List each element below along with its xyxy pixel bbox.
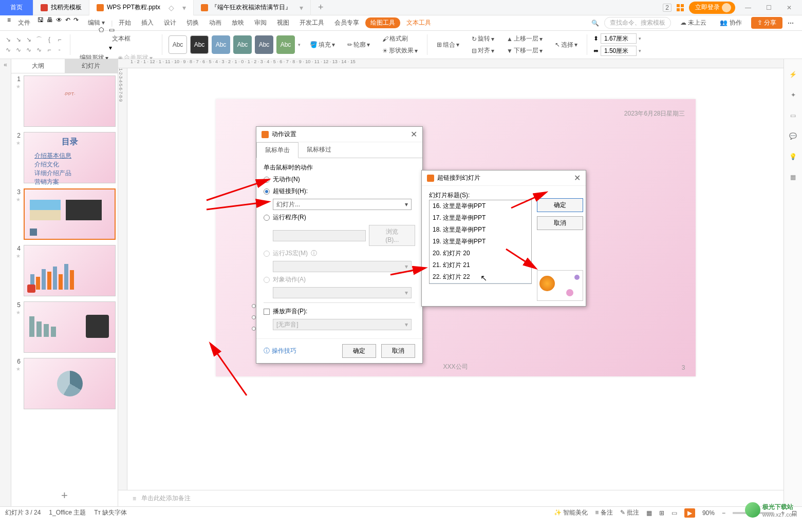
zoom-value[interactable]: 90%	[702, 509, 715, 517]
list-item[interactable]: 21. 幻灯片 21	[430, 259, 531, 271]
menu-review[interactable]: 审阅	[250, 16, 271, 29]
badge-count[interactable]: 2	[663, 4, 672, 12]
menu-member[interactable]: 会员专享	[330, 16, 363, 29]
tab-mouse-click[interactable]: 鼠标单击	[256, 142, 299, 158]
preview-icon[interactable]: 👁	[56, 16, 62, 29]
view-normal-icon[interactable]: ▦	[646, 509, 652, 517]
tab-templates[interactable]: 找稻壳模板	[33, 0, 89, 15]
add-slide-button[interactable]: +	[11, 485, 118, 506]
height-input[interactable]	[601, 33, 637, 44]
new-tab-button[interactable]: +	[311, 2, 331, 13]
close-window-button[interactable]: ✕	[781, 3, 797, 13]
shape-gallery[interactable]: ↘↘↘⌒{⌐ ∿∿∿∿⌐◦	[4, 35, 64, 54]
menu-transition[interactable]: 切换	[182, 16, 203, 29]
tab-mouse-over[interactable]: 鼠标移过	[299, 142, 340, 158]
shape-effects[interactable]: ☀ 形状效果 ▾	[379, 45, 421, 56]
thumb-1[interactable]: ·PPT·	[24, 75, 116, 127]
align-dropdown[interactable]: ⊟ 对齐 ▾	[469, 45, 497, 56]
hyperlink-combo[interactable]: 幻灯片...▾	[273, 199, 412, 210]
ok-button[interactable]: 确定	[537, 198, 583, 212]
view-slideshow-icon[interactable]: ▶	[684, 508, 695, 518]
rail-bulb-icon[interactable]: 💡	[788, 151, 798, 162]
list-item[interactable]: 18. 这里是举例PPT	[430, 224, 531, 236]
textbox-icon[interactable]: ▭ 文本框▾	[109, 26, 134, 51]
comments-toggle[interactable]: ✎ 批注	[620, 508, 639, 517]
outline-dropdown[interactable]: ✏ 轮廓 ▾	[344, 40, 373, 50]
view-reading-icon[interactable]: ▭	[672, 509, 677, 517]
slide-list[interactable]: 16. 这里是举例PPT 17. 这里是举例PPT 18. 这里是举例PPT 1…	[429, 200, 532, 284]
menu-text-tools[interactable]: 文本工具	[402, 16, 435, 29]
notes-pane[interactable]: ≡单击此处添加备注	[118, 490, 784, 506]
cloud-status[interactable]: ☁ 未上云	[676, 16, 711, 29]
file-menu[interactable]: 文件	[14, 16, 34, 29]
collapse-panel-button[interactable]: «	[0, 59, 11, 506]
format-painter[interactable]: 🖌 格式刷	[379, 33, 421, 44]
smart-beautify[interactable]: ✨ 智能美化	[554, 508, 588, 517]
view-sorter-icon[interactable]: ⊞	[659, 509, 664, 517]
apps-icon[interactable]	[677, 4, 684, 11]
dialog-close-button[interactable]: ✕	[574, 173, 581, 183]
menu-design[interactable]: 设计	[160, 16, 180, 29]
more-icon[interactable]: ⋯	[788, 20, 794, 27]
tab-current-file[interactable]: WPS PPT教程.pptx ◇ ▾	[89, 0, 194, 15]
bring-forward[interactable]: ▲ 上移一层 ▾	[503, 33, 546, 44]
shape-edit-icon[interactable]: ⬠	[99, 26, 104, 51]
rail-select-icon[interactable]: ▭	[788, 110, 798, 121]
width-input[interactable]	[601, 46, 637, 56]
notes-toggle[interactable]: ≡ 备注	[595, 508, 612, 517]
list-item[interactable]: 23. 幻灯片 23	[430, 283, 531, 284]
send-backward[interactable]: ▼ 下移一层 ▾	[503, 45, 546, 56]
undo-icon[interactable]: ↶	[65, 16, 70, 29]
radio-run-program[interactable]	[264, 215, 270, 221]
share-button[interactable]: ⇪ 分享	[751, 17, 782, 29]
missing-font[interactable]: Tт 缺失字体	[94, 508, 127, 517]
select-dropdown[interactable]: ↖ 选择 ▾	[552, 40, 581, 50]
zoom-out[interactable]: −	[722, 509, 725, 517]
thumb-4[interactable]	[24, 245, 116, 296]
tab-other-file[interactable]: 『端午狂欢祝福浓情满节日』 ▾	[194, 0, 311, 15]
rail-present-icon[interactable]: ▦	[788, 172, 798, 182]
thumb-5[interactable]	[24, 301, 116, 353]
collab-button[interactable]: 👥 协作	[716, 16, 745, 29]
thumb-2[interactable]: 目录介绍基本信息介绍文化详细介绍产品营销方案	[24, 132, 116, 183]
command-search[interactable]: 查找命令、搜索模板	[604, 17, 671, 29]
shape-style-gallery[interactable]: Abc Abc Abc Abc Abc Abc ▾	[169, 35, 301, 54]
thumb-6[interactable]	[24, 358, 116, 409]
minimize-button[interactable]: —	[740, 3, 756, 13]
combine-dropdown[interactable]: ⊞ 组合 ▾	[434, 40, 462, 50]
tips-link[interactable]: ⓘ 操作技巧	[264, 347, 296, 355]
outline-tab[interactable]: 大纲	[11, 59, 65, 73]
print-icon[interactable]: 🖶	[47, 16, 53, 29]
close-icon[interactable]: ▾	[300, 4, 303, 12]
play-sound-checkbox[interactable]	[264, 309, 270, 315]
close-icon[interactable]: ▾	[182, 4, 186, 12]
save-icon[interactable]: 🖫	[38, 16, 44, 29]
cancel-button[interactable]: 取消	[537, 216, 583, 230]
menu-drawing-tools[interactable]: 绘图工具	[365, 17, 400, 28]
list-item[interactable]: 20. 幻灯片 20	[430, 248, 531, 259]
pin-icon[interactable]: ◇	[169, 4, 174, 12]
slides-tab[interactable]: 幻灯片	[65, 59, 118, 73]
menu-slideshow[interactable]: 放映	[228, 16, 248, 29]
radio-hyperlink[interactable]	[264, 188, 270, 195]
list-item[interactable]: 17. 这里是举例PPT	[430, 212, 531, 224]
dialog-close-button[interactable]: ✕	[411, 129, 417, 139]
ok-button[interactable]: 确定	[342, 344, 376, 358]
rail-sparkle-icon[interactable]: ✦	[788, 90, 798, 100]
rail-chat-icon[interactable]: 💬	[788, 131, 798, 141]
menu-devtools[interactable]: 开发工具	[295, 16, 328, 29]
rotate-dropdown[interactable]: ↻ 旋转 ▾	[469, 33, 497, 44]
menu-icon[interactable]: ≡	[7, 16, 11, 29]
fill-dropdown[interactable]: 🪣 填充 ▾	[307, 40, 338, 50]
login-button[interactable]: 立即登录	[689, 2, 735, 14]
menu-view[interactable]: 视图	[273, 16, 293, 29]
list-item[interactable]: 16. 这里是举例PPT	[430, 200, 531, 212]
rail-rocket-icon[interactable]: ⚡	[788, 69, 798, 80]
thumb-3[interactable]	[24, 188, 116, 240]
menu-animation[interactable]: 动画	[205, 16, 226, 29]
maximize-button[interactable]: ☐	[761, 3, 776, 13]
cancel-button[interactable]: 取消	[381, 344, 415, 358]
list-item[interactable]: 19. 这里是举例PPT	[430, 236, 531, 248]
radio-none[interactable]	[264, 177, 270, 183]
tab-home[interactable]: 首页	[0, 0, 33, 15]
